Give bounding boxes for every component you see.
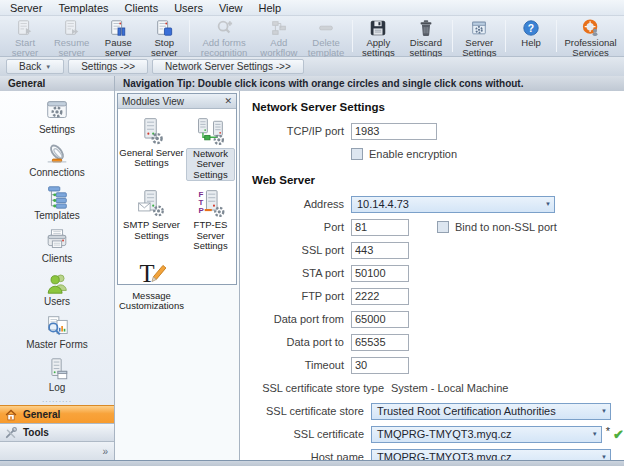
module-network-server-settings[interactable]: Network Server Settings: [185, 113, 236, 185]
resume-server-icon: [63, 19, 81, 37]
enable-encryption-row: Enable encryption: [252, 145, 624, 163]
chevron-down-icon: ▼: [592, 431, 598, 437]
toolbar-separator: [452, 20, 453, 52]
data-port-to-input[interactable]: [351, 334, 409, 351]
section-title-web-server: Web Server: [252, 174, 624, 186]
chevron-down-icon: ▼: [545, 201, 551, 207]
port-row: Port Bind to non-SSL port: [252, 218, 624, 236]
port-input[interactable]: [351, 219, 409, 236]
module-message-customizations-label: Message Customizations: [119, 291, 184, 312]
help-label: Help: [521, 38, 541, 48]
ftp-port-label: FTP port: [252, 290, 344, 302]
modules-view-panel: Modules View ✕ General Server Settings: [117, 93, 237, 285]
address-combobox[interactable]: 10.14.4.73 ▼: [351, 196, 555, 213]
tools-icon: [4, 426, 18, 440]
data-port-from-label: Data port from: [252, 313, 344, 325]
enable-encryption-checkbox[interactable]: [351, 148, 363, 160]
module-ftp-es-server-settings[interactable]: FTP FTP-ES Server Settings: [185, 185, 236, 255]
ftp-port-input[interactable]: [351, 288, 409, 305]
delete-template-label: Delete template: [307, 38, 346, 58]
data-port-from-input[interactable]: [351, 311, 409, 328]
help-button[interactable]: ? Help: [508, 17, 554, 55]
modules-panel-titlebar: Modules View ✕: [118, 94, 236, 109]
stop-server-button[interactable]: Stop server: [141, 17, 187, 55]
home-icon: [4, 408, 18, 422]
close-icon[interactable]: ✕: [224, 96, 232, 106]
sidebar-item-settings-label: Settings: [39, 124, 75, 135]
tcpip-port-input[interactable]: [351, 123, 437, 140]
sta-port-input[interactable]: [351, 265, 409, 282]
bind-non-ssl-checkbox[interactable]: [437, 221, 449, 233]
smtp-server-settings-icon: [136, 187, 166, 219]
host-name-combobox[interactable]: TMQPRG-TMYQT3.myq.cz ▼: [371, 449, 611, 461]
resume-server-label: Resume server: [53, 38, 90, 58]
ssl-certificate-combobox[interactable]: TMQPRG-TMYQT3.myq.cz ▼: [371, 426, 602, 443]
main-content: Settings Connections Templates: [0, 91, 624, 460]
app-window: Server Templates Clients Users View Help…: [0, 0, 624, 466]
sidebar-footer-tools[interactable]: Tools: [0, 423, 114, 441]
discard-settings-button[interactable]: Discard settings: [401, 17, 450, 55]
sidebar-splitter-handle[interactable]: ·········: [0, 398, 114, 405]
professional-services-label: Professional Services: [564, 38, 617, 58]
discard-settings-label: Discard settings: [406, 38, 445, 58]
professional-services-button[interactable]: Professional Services: [559, 17, 622, 55]
sidebar-item-log[interactable]: Log: [0, 353, 114, 396]
pause-server-label: Pause server: [100, 38, 136, 58]
timeout-row: Timeout: [252, 356, 624, 374]
cert-store-type-row: SSL certificate store type System - Loca…: [252, 379, 624, 397]
module-ftp-es-label: FTP-ES Server Settings: [186, 220, 235, 251]
sidebar-item-settings[interactable]: Settings: [0, 95, 114, 138]
menu-bar: Server Templates Clients Users View Help: [0, 0, 624, 16]
menu-help[interactable]: Help: [259, 2, 282, 14]
ssl-certificate-value: TMQPRG-TMYQT3.myq.cz: [377, 428, 511, 440]
general-server-settings-icon: [136, 115, 166, 147]
start-server-icon: [16, 19, 34, 37]
data-port-to-row: Data port to: [252, 333, 624, 351]
apply-settings-button[interactable]: Apply settings: [355, 17, 401, 55]
connections-icon: [44, 140, 70, 167]
sidebar-item-master-forms[interactable]: Master Forms: [0, 310, 114, 353]
sta-port-row: STA port: [252, 264, 624, 282]
toolbar-separator: [189, 20, 190, 52]
menu-server[interactable]: Server: [10, 2, 42, 14]
module-general-server-settings[interactable]: General Server Settings: [118, 113, 185, 185]
sidebar-item-connections-label: Connections: [29, 167, 85, 178]
users-icon: [44, 269, 70, 296]
discard-settings-icon: [417, 19, 435, 37]
sidebar-item-connections[interactable]: Connections: [0, 138, 114, 181]
sidebar-item-templates[interactable]: Templates: [0, 181, 114, 224]
host-name-value: TMQPRG-TMYQT3.myq.cz: [377, 451, 511, 460]
sidebar-item-clients[interactable]: Clients: [0, 224, 114, 267]
module-smtp-server-settings[interactable]: SMTP Server Settings: [118, 185, 185, 255]
cert-store-combobox[interactable]: Trusted Root Certification Authorities ▼: [371, 403, 611, 420]
timeout-input[interactable]: [351, 357, 409, 374]
pause-server-button[interactable]: Pause server: [95, 17, 141, 55]
network-server-settings-icon: [195, 115, 225, 147]
sidebar-item-master-forms-label: Master Forms: [26, 339, 88, 350]
menu-clients[interactable]: Clients: [125, 2, 159, 14]
sidebar-item-log-label: Log: [49, 382, 66, 393]
apply-settings-label: Apply settings: [360, 38, 396, 58]
menu-users[interactable]: Users: [174, 2, 203, 14]
nav-tab-settings-label: Settings ->>: [81, 61, 135, 72]
navigation-bar: Back ▼ Settings ->> Network Server Setti…: [0, 57, 624, 76]
nav-tab-network-server-settings[interactable]: Network Server Settings ->>: [152, 59, 304, 74]
module-message-customizations[interactable]: T Message Customizations: [118, 256, 185, 316]
section-title-network-server-settings: Network Server Settings: [252, 101, 624, 113]
nav-tab-settings[interactable]: Settings ->>: [68, 59, 148, 74]
ssl-port-input[interactable]: [351, 242, 409, 259]
back-button[interactable]: Back ▼: [6, 59, 64, 74]
sidebar-footer-general[interactable]: General: [0, 405, 114, 423]
back-dropdown-icon: ▼: [45, 64, 51, 70]
sidebar-item-users[interactable]: Users: [0, 267, 114, 310]
menu-view[interactable]: View: [219, 2, 243, 14]
menu-templates[interactable]: Templates: [58, 2, 108, 14]
add-workflow-icon: [270, 19, 288, 37]
add-workflow-label: Add workflow: [260, 38, 297, 58]
header-row: General Navigation Tip: Double click ico…: [0, 76, 624, 91]
server-settings-button[interactable]: Server Settings: [455, 17, 503, 55]
back-label: Back: [19, 61, 41, 72]
overflow-chevron-icon[interactable]: »: [102, 446, 108, 457]
log-icon: [44, 355, 70, 382]
apply-settings-icon: [369, 19, 387, 37]
